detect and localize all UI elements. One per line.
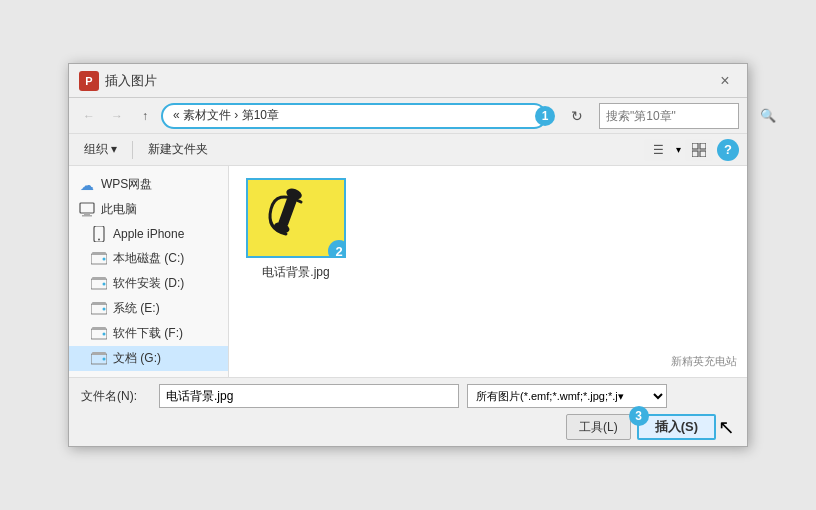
forward-button[interactable]: → <box>105 104 129 128</box>
svg-rect-2 <box>692 151 698 157</box>
toolbar-separator <box>132 141 133 159</box>
title-bar: P 插入图片 × <box>69 64 747 98</box>
toolbar-right: ☰ ▾ ? <box>644 139 739 161</box>
sidebar-item-software-f[interactable]: 软件下载 (F:) <box>69 321 228 346</box>
up-button[interactable]: ↑ <box>133 104 157 128</box>
sidebar-item-system-e[interactable]: 系统 (E:) <box>69 296 228 321</box>
svg-rect-22 <box>92 352 106 355</box>
path-text: « 素材文件 › 第10章 <box>173 107 535 124</box>
sidebar-item-local-disk-c[interactable]: 本地磁盘 (C:) <box>69 246 228 271</box>
sidebar-item-this-pc[interactable]: 此电脑 <box>69 197 228 222</box>
disk-f-icon <box>91 326 107 342</box>
actions-row: 工具(L) 3 插入(S) ↖ <box>81 414 735 440</box>
sidebar-item-wps-cloud[interactable]: ☁ WPS网盘 <box>69 172 228 197</box>
file-badge: 2 <box>328 240 346 258</box>
tools-button[interactable]: 工具(L) <box>566 414 631 440</box>
svg-point-17 <box>103 307 106 310</box>
svg-rect-10 <box>92 252 106 255</box>
view-grid-button[interactable] <box>685 139 713 161</box>
sidebar-item-label: 系统 (E:) <box>113 300 160 317</box>
pc-icon <box>79 202 95 218</box>
insert-button[interactable]: 3 插入(S) <box>637 414 716 440</box>
phone-icon <box>91 226 107 242</box>
svg-point-23 <box>103 357 106 360</box>
filename-label: 文件名(N): <box>81 388 151 405</box>
svg-point-8 <box>98 239 100 241</box>
svg-point-20 <box>103 332 106 335</box>
refresh-button[interactable]: ↻ <box>565 104 589 128</box>
organize-button[interactable]: 组织 ▾ <box>77 138 124 161</box>
path-bar: « 素材文件 › 第10章 1 <box>161 103 547 129</box>
svg-rect-19 <box>92 327 106 330</box>
file-item-dianhua[interactable]: 2 电话背景.jpg <box>241 178 351 281</box>
svg-rect-16 <box>92 302 106 305</box>
search-input[interactable] <box>606 109 756 123</box>
disk-g-icon <box>91 351 107 367</box>
ppt-icon: P <box>79 71 99 91</box>
sidebar-item-label: Apple iPhone <box>113 227 184 241</box>
sidebar-item-label: 本地磁盘 (C:) <box>113 250 184 267</box>
svg-rect-4 <box>80 203 94 213</box>
search-bar: 🔍 <box>599 103 739 129</box>
help-button[interactable]: ? <box>717 139 739 161</box>
disk-c-icon <box>91 251 107 267</box>
sidebar-item-label: 软件安装 (D:) <box>113 275 184 292</box>
view-dropdown-arrow: ▾ <box>676 144 681 155</box>
toolbar: 组织 ▾ 新建文件夹 ☰ ▾ ? <box>69 134 747 166</box>
main-area: ☁ WPS网盘 此电脑 <box>69 166 747 377</box>
content-area: 2 电话背景.jpg 新精英充电站 <box>229 166 747 377</box>
grid-view-icon <box>692 143 706 157</box>
new-folder-button[interactable]: 新建文件夹 <box>141 138 215 161</box>
svg-rect-5 <box>84 213 90 215</box>
path-badge: 1 <box>535 106 555 126</box>
sidebar-item-docs-g[interactable]: 文档 (G:) <box>69 346 228 371</box>
svg-rect-6 <box>82 215 92 217</box>
svg-point-11 <box>103 257 106 260</box>
disk-d-icon <box>91 276 107 292</box>
sidebar-item-apple-iphone[interactable]: Apple iPhone <box>69 222 228 246</box>
file-thumbnail: 2 <box>246 178 346 258</box>
back-button[interactable]: ← <box>77 104 101 128</box>
nav-bar: ← → ↑ « 素材文件 › 第10章 1 ↻ 🔍 <box>69 98 747 134</box>
sidebar-item-label: 文档 (G:) <box>113 350 161 367</box>
close-button[interactable]: × <box>713 69 737 93</box>
svg-rect-3 <box>700 151 706 157</box>
search-icon: 🔍 <box>760 108 776 123</box>
view-list-button[interactable]: ☰ <box>644 139 672 161</box>
watermark: 新精英充电站 <box>667 352 741 371</box>
dialog-title: 插入图片 <box>105 72 713 90</box>
insert-button-container: 3 插入(S) ↖ <box>637 414 735 440</box>
svg-rect-1 <box>700 143 706 149</box>
cloud-icon: ☁ <box>79 177 95 193</box>
svg-rect-0 <box>692 143 698 149</box>
filetype-select[interactable]: 所有图片(*.emf;*.wmf;*.jpg;*.j▾ <box>467 384 667 408</box>
file-label: 电话背景.jpg <box>262 264 329 281</box>
insert-badge: 3 <box>629 406 649 426</box>
phone-thumbnail-svg <box>256 184 336 252</box>
disk-e-icon <box>91 301 107 317</box>
svg-rect-13 <box>92 277 106 280</box>
sidebar-item-label: 软件下载 (F:) <box>113 325 183 342</box>
sidebar-item-software-d[interactable]: 软件安装 (D:) <box>69 271 228 296</box>
sidebar: ☁ WPS网盘 此电脑 <box>69 166 229 377</box>
svg-point-14 <box>103 282 106 285</box>
cursor-indicator: ↖ <box>718 415 735 439</box>
filename-row: 文件名(N): 所有图片(*.emf;*.wmf;*.jpg;*.j▾ <box>81 384 735 408</box>
filename-input[interactable] <box>159 384 459 408</box>
sidebar-item-label: WPS网盘 <box>101 176 152 193</box>
bottom-bar: 文件名(N): 所有图片(*.emf;*.wmf;*.jpg;*.j▾ 工具(L… <box>69 377 747 446</box>
sidebar-item-label: 此电脑 <box>101 201 137 218</box>
insert-image-dialog: P 插入图片 × ← → ↑ « 素材文件 › 第10章 1 ↻ 🔍 组织 ▾ … <box>68 63 748 447</box>
